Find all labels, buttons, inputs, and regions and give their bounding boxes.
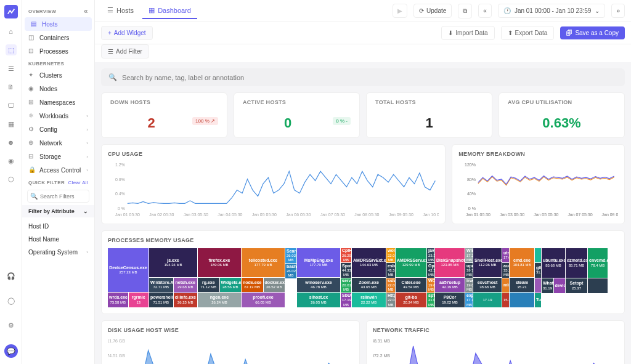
treemap-cell[interactable]: powershell.exe71.51 MB <box>149 293 173 307</box>
treemap-cell[interactable]: OpenWith42.33 MB <box>427 263 434 277</box>
cube-icon[interactable]: ⬚ <box>6 44 17 55</box>
treemap-cell[interactable]: devicea <box>554 278 566 293</box>
treemap-cell[interactable]: CplHost26.25 MB <box>341 248 351 262</box>
treemap-cell[interactable]: MsMpEng.exe177.79 MB <box>297 248 340 277</box>
treemap-cell[interactable]: WmiPr17.2 MB <box>465 248 473 262</box>
treemap-cell[interactable]: ShellHost.exe112.96 MB <box>473 248 502 277</box>
filter-search[interactable]: 🔍 <box>27 190 89 203</box>
treemap-cell[interactable]: steam35.21 <box>510 278 534 293</box>
chat-icon[interactable]: 💬 <box>4 344 18 358</box>
treemap-cell[interactable]: audiodg35.21 MB <box>502 263 509 277</box>
treemap-cell[interactable]: rslinwin22.22 MB <box>352 293 386 307</box>
treemap-cell[interactable]: docker.exe26.52 MB <box>264 278 285 292</box>
filter-host-id[interactable]: Host ID <box>22 220 94 233</box>
treemap-cell[interactable]: wrds.exe73.58 MB <box>108 293 128 307</box>
treemap-cell[interactable]: Cider.exe43.54 MB <box>396 278 426 293</box>
treemap-cell[interactable]: rgrmic13 <box>129 293 149 307</box>
sidebar-item-storage[interactable]: ⊟Storage› <box>22 150 94 163</box>
date-range-picker[interactable]: 🕐Jan 01 00:00 - Jan 10 23:59⌄ <box>498 4 606 18</box>
sidebar-item-config[interactable]: ⚙Config› <box>22 123 94 136</box>
sidebar-item-network[interactable]: ⊕Network› <box>22 136 94 150</box>
treemap-cell[interactable]: WinStore.App.exe72.71 MB <box>149 278 173 292</box>
treemap-cell[interactable]: proofi.exe66.05 MB <box>242 293 285 307</box>
treemap-cell[interactable]: winoserv.exe46.78 MB <box>297 278 340 293</box>
tab-dashboard[interactable]: ▦Dashboard <box>142 2 197 19</box>
treemap-cell[interactable]: DiskSnapshot.exe123.85 MB <box>435 248 465 277</box>
treemap-cell[interactable]: git-ba20.24 MB <box>396 293 426 307</box>
treemap-cell[interactable]: SearchInn26.02 MB <box>285 248 296 263</box>
treemap-cell[interactable]: P8Cor19.02 MB <box>435 293 465 307</box>
treemap-cell[interactable]: ngen.exe26.24 MB <box>198 293 241 307</box>
search-bar[interactable]: 🔍 <box>101 68 625 86</box>
export-data-button[interactable]: ⬆Export Data <box>501 26 555 40</box>
save-as-copy-button[interactable]: 🗐Save as a Copy <box>560 26 625 39</box>
treemap-cell[interactable]: cmd.exe104.81 MB <box>510 248 534 277</box>
treemap-cell[interactable]: js.exe194.34 MB <box>149 248 197 277</box>
treemap-cell[interactable] <box>510 293 534 307</box>
treemap-cell[interactable]: DeviceCensus.exe257.23 MB <box>108 248 149 292</box>
grid-icon[interactable]: ▦ <box>6 118 17 129</box>
node-icon[interactable]: ◉ <box>6 155 17 166</box>
treemap-cell[interactable]: 15.2 <box>502 293 509 307</box>
home-icon[interactable]: ⌂ <box>6 26 17 37</box>
treemap-cell[interactable] <box>535 248 541 262</box>
treemap-cell[interactable]: WhstaA31.19 <box>542 278 553 293</box>
treemap-cell[interactable]: WCPC19.66 MB <box>427 278 434 293</box>
treemap-cell[interactable]: slhost.ex26.03 MB <box>297 293 340 307</box>
treemap-cell[interactable]: sslwrt22.07 MB <box>386 278 395 293</box>
bars-icon[interactable]: ☰ <box>6 63 17 74</box>
filter-by-attribute-header[interactable]: Filter by Attribute⌄ <box>22 205 94 217</box>
copy-button[interactable]: ⧉ <box>458 4 472 18</box>
treemap-cell[interactable]: explor17.19 MB <box>465 293 473 307</box>
filter-operating-system[interactable]: Operating System› <box>22 246 94 259</box>
treemap-cell[interactable]: firefox.exe189.06 MB <box>198 248 241 277</box>
search-input[interactable] <box>122 74 617 81</box>
sidebar-item-hosts[interactable]: ▤Hosts <box>25 17 92 31</box>
treemap-cell[interactable]: Spotify.exe44.33 MB <box>341 263 351 277</box>
treemap-cell[interactable]: dzmotd.exe85.71 MB <box>566 248 587 278</box>
treemap-cell[interactable]: updater.exe39.73 MB <box>465 263 473 277</box>
treemap-cell[interactable]: SbUtility17.19 MB <box>341 293 351 307</box>
next-range-button[interactable]: » <box>611 4 625 18</box>
treemap-cell[interactable]: esbuild.exe43.54 MB <box>386 263 395 277</box>
add-widget-button[interactable]: +Add Widget <box>101 26 153 40</box>
add-filter-button[interactable]: ☰Add Filter <box>101 44 149 59</box>
treemap-cell[interactable]: Setopt25.37 <box>566 278 587 293</box>
import-data-button[interactable]: ⬇Import Data <box>441 26 494 40</box>
treemap-cell[interactable]: HttpApp22.07 MB <box>386 293 395 307</box>
treemap-cell[interactable]: wol.ex22.07 MB <box>386 248 395 262</box>
treemap-cell[interactable]: Zoom.exe43.65 MB <box>352 278 386 293</box>
file-icon[interactable]: 🗎 <box>6 81 17 92</box>
treemap-cell[interactable]: Widgets.exe28.56 MB <box>220 278 242 292</box>
treemap-cell[interactable]: spfc_f21.06 MB <box>427 293 434 307</box>
treemap-cell[interactable]: mirnk <box>502 278 509 293</box>
treemap-cell[interactable] <box>535 278 541 293</box>
play-button[interactable]: ▶ <box>393 4 407 18</box>
treemap-cell[interactable]: node.exe67.13 MB <box>242 278 263 292</box>
update-button[interactable]: ⟳Update <box>413 4 452 18</box>
filter-search-input[interactable] <box>40 193 86 200</box>
robot-icon[interactable]: ☻ <box>6 137 17 148</box>
prev-range-button[interactable]: « <box>478 4 492 18</box>
logo-icon[interactable] <box>4 5 18 18</box>
treemap-cell[interactable]: cliInfo.exe26.25 MB <box>174 293 198 307</box>
treemap-cell[interactable]: AMDRSSrvExt.exe144.63 MB <box>352 248 386 277</box>
sidebar-item-namespaces[interactable]: ⊞Namespaces <box>22 95 94 109</box>
clear-all-link[interactable]: Clear All <box>68 180 89 185</box>
treemap-cell[interactable]: Tun- <box>535 293 541 307</box>
sidebar-item-clusters[interactable]: ✦Clusters <box>22 68 94 82</box>
sidebar-item-access-control[interactable]: 🔒Access Control› <box>22 163 94 177</box>
treemap-cell[interactable]: rg.exe71.12 MB <box>198 278 219 292</box>
treemap-cell[interactable]: netsh.exe29.68 MB <box>174 278 198 292</box>
filter-host-name[interactable]: Host Name <box>22 233 94 246</box>
treemap-cell[interactable]: utrvyz17.04 <box>502 248 509 262</box>
treemap-cell[interactable]: aa57setup42.19 MB <box>435 278 465 293</box>
treemap-cell[interactable]: telicostvd.exe177.79 MB <box>242 248 285 277</box>
treemap-cell[interactable]: AMDRSServ.exe129.99 MB <box>396 248 426 277</box>
sidebar-item-containers[interactable]: ◫Containers <box>22 31 94 44</box>
treemap-cell[interactable]: git.ex31.68 <box>535 263 541 277</box>
treemap-cell[interactable]: cnvcmd.exe78.4 MB <box>588 248 608 278</box>
treemap-cell[interactable]: ubuntu.exe85.68 MB <box>542 248 565 278</box>
sidebar-item-processes[interactable]: ⊡Processes <box>22 44 94 58</box>
treemap-cell[interactable]: java.d23.37 MB <box>427 248 434 262</box>
